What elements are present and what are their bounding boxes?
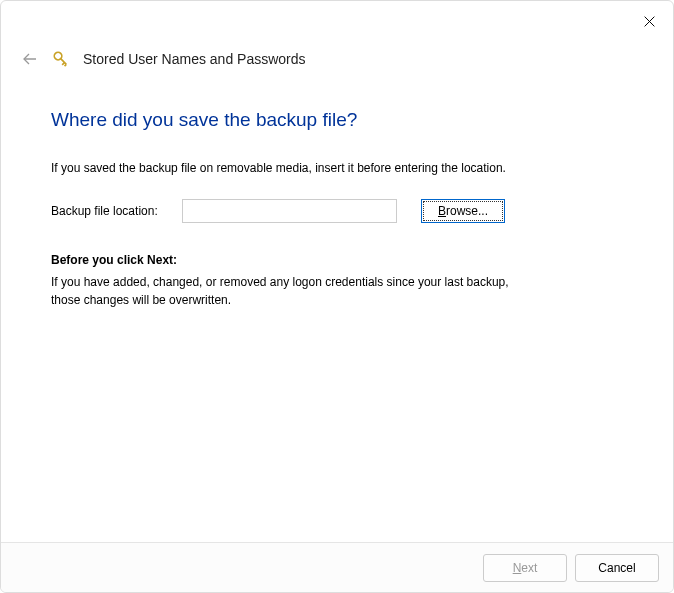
close-icon [643,15,656,28]
file-location-input[interactable] [182,199,397,223]
browse-accelerator: B [438,204,446,218]
warning-heading: Before you click Next: [51,253,623,267]
file-location-label: Backup file location: [51,204,166,218]
back-arrow-icon [22,51,38,67]
file-location-row: Backup file location: Browse... [51,199,623,223]
page-heading: Where did you save the backup file? [51,109,623,131]
next-label-rest: ext [521,561,537,575]
svg-line-6 [65,64,67,66]
svg-line-5 [62,63,64,65]
back-button[interactable] [21,50,39,68]
header-title: Stored User Names and Passwords [83,51,306,67]
description-text: If you saved the backup file on removabl… [51,159,551,177]
browse-label-rest: rowse... [446,204,488,218]
browse-button[interactable]: Browse... [421,199,505,223]
close-button[interactable] [639,11,659,31]
key-icon [51,49,71,69]
next-button[interactable]: Next [483,554,567,582]
wizard-footer: Next Cancel [1,542,673,592]
warning-text: If you have added, changed, or removed a… [51,273,511,309]
wizard-header: Stored User Names and Passwords [1,1,673,69]
cancel-button[interactable]: Cancel [575,554,659,582]
wizard-content: Where did you save the backup file? If y… [1,69,673,309]
